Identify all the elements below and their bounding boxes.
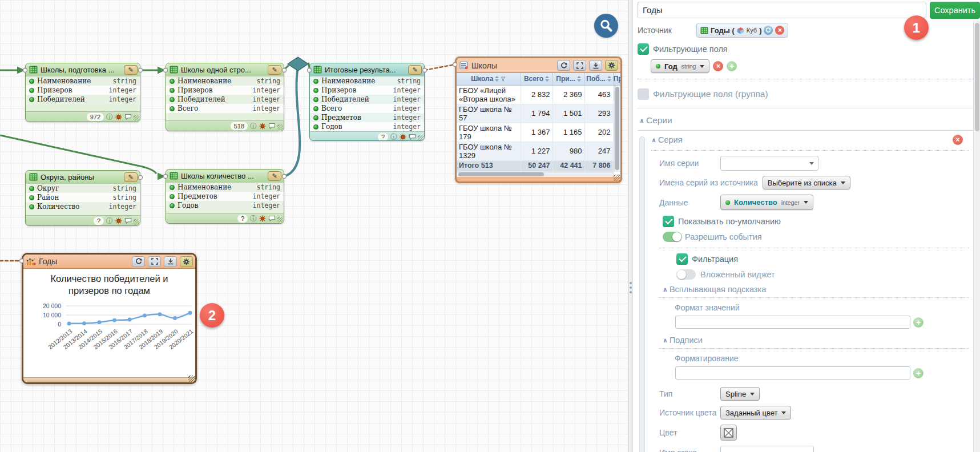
series-data-dropdown[interactable]: Количество integer	[720, 195, 813, 210]
color-source-dropdown[interactable]: Заданный цвет	[720, 406, 791, 419]
add-formatting-icon[interactable]: +	[913, 368, 923, 378]
debug-icon[interactable]	[259, 123, 266, 130]
show-default-checkbox[interactable]	[663, 216, 674, 227]
table-row[interactable]: ГБОУ школа № 57 1 7941 501293	[457, 104, 620, 123]
dataflow-canvas[interactable]: Школы, подготовка ... ✎ Наименование str…	[0, 0, 628, 452]
filter-fields-group-checkbox[interactable]	[638, 88, 649, 100]
data-point[interactable]	[82, 321, 86, 325]
splitter-handle-icon[interactable]	[630, 282, 632, 293]
column-header[interactable]: Школа	[457, 73, 521, 85]
series-names-from-source-dropdown[interactable]: Выберите из списка	[763, 176, 850, 189]
data-point[interactable]	[112, 318, 116, 322]
resize-grip[interactable]	[277, 217, 283, 223]
stack-name-input[interactable]	[720, 446, 814, 452]
column-header[interactable]: Всего	[521, 73, 552, 85]
resize-grip[interactable]	[134, 219, 139, 225]
add-filter-field-icon[interactable]: +	[727, 61, 737, 71]
series-section-header[interactable]: ∧ Серии	[639, 115, 980, 126]
download-button[interactable]	[589, 60, 602, 71]
chart-widget-years[interactable]: Годы Количество победителей и призеров п…	[22, 253, 197, 384]
filtration-checkbox[interactable]	[676, 253, 688, 265]
remove-series-icon[interactable]: ×	[953, 135, 963, 145]
comment-icon[interactable]	[268, 123, 276, 129]
edit-node-button[interactable]: ✎	[124, 172, 138, 182]
table-widget-header[interactable]: Школы	[457, 58, 620, 72]
settings-gear-button[interactable]	[605, 60, 618, 71]
chart-widget-header[interactable]: Годы	[23, 255, 195, 269]
series-item-header[interactable]: ∧ Серия ×	[651, 135, 980, 144]
data-point[interactable]	[67, 321, 71, 325]
table-hscrollbar-thumb[interactable]	[458, 172, 544, 176]
node-header[interactable]: Школы, подготовка ... ✎	[26, 63, 140, 76]
filter-field-dropdown[interactable]: Год string	[651, 59, 709, 73]
data-point[interactable]	[143, 314, 147, 318]
nested-widget-toggle[interactable]	[676, 269, 696, 280]
debug-icon[interactable]	[259, 215, 266, 222]
type-dropdown[interactable]: Spline	[720, 387, 760, 401]
line-chart[interactable]: 0 10 000 20 0002012/20132013/20142014/20…	[23, 297, 195, 372]
table-vscrollbar-thumb[interactable]	[615, 87, 619, 170]
reload-source-icon[interactable]	[764, 26, 773, 35]
resize-grip[interactable]	[134, 115, 139, 121]
table-row[interactable]: ГБОУ школа № 1329 1 227980247	[457, 142, 620, 160]
formatting-input[interactable]	[675, 366, 910, 380]
add-format-icon[interactable]: +	[913, 317, 923, 328]
captions-section-header[interactable]: ∧ Подписи	[663, 336, 980, 345]
data-point[interactable]	[173, 316, 177, 320]
info-icon[interactable]: ⓘ	[390, 134, 397, 140]
filter-fields-checkbox[interactable]	[638, 43, 649, 55]
allow-events-toggle[interactable]	[663, 232, 682, 242]
remove-filter-field-icon[interactable]: ×	[713, 61, 723, 71]
remove-source-icon[interactable]: ×	[775, 26, 784, 35]
panel-scrollbar[interactable]	[973, 21, 980, 452]
color-picker-button[interactable]	[720, 425, 737, 441]
refresh-button[interactable]	[132, 256, 145, 267]
table-body[interactable]: ШколаВсегоПри...Поб...Пре ГБОУ «Лицей «В…	[457, 72, 620, 177]
tooltip-section-header[interactable]: ∧ Всплывающая подсказка	[663, 285, 980, 294]
table-widget-schools[interactable]: Школы ШколаВсегоПри...Поб...Пре ГБОУ «Ли…	[455, 56, 622, 183]
panel-splitter[interactable]	[628, 0, 633, 452]
comment-icon[interactable]	[124, 217, 132, 224]
data-point[interactable]	[128, 318, 132, 322]
column-header[interactable]: Пре	[613, 73, 620, 85]
info-icon[interactable]: ⓘ	[250, 215, 257, 222]
source-chip[interactable]: Годы ( Куб ) ×	[696, 23, 788, 38]
info-icon[interactable]: ⓘ	[106, 114, 113, 120]
sort-icon[interactable]	[577, 76, 581, 82]
node-header[interactable]: Школы одной стро... ✎	[166, 63, 284, 76]
filter-funnel-icon[interactable]	[501, 76, 506, 82]
edit-node-button[interactable]: ✎	[408, 65, 422, 75]
series-name-select[interactable]	[720, 156, 818, 171]
node-districts[interactable]: Округа, районы ✎ Округ string Район stri…	[25, 170, 140, 226]
value-format-input[interactable]	[675, 316, 910, 329]
sort-icon[interactable]	[545, 76, 549, 82]
node-header[interactable]: Округа, районы ✎	[26, 171, 140, 184]
sort-icon[interactable]	[495, 76, 499, 82]
widget-resize-grip[interactable]	[188, 376, 195, 382]
debug-icon[interactable]	[400, 134, 406, 140]
data-point[interactable]	[158, 312, 162, 316]
node-schools-count[interactable]: Школы количество ... ✎ Наименование stri…	[166, 169, 284, 224]
table-row[interactable]: ГБОУ «Лицей «Вторая школа» 2 8322 369463	[457, 85, 620, 104]
comment-icon[interactable]	[268, 215, 276, 221]
table-row[interactable]: ГБОУ школа № 179 1 3671 165202	[457, 123, 620, 142]
data-point[interactable]	[98, 320, 102, 324]
node-schools-one-row[interactable]: Школы одной стро... ✎ Наименование strin…	[166, 63, 284, 131]
expand-button[interactable]	[573, 60, 586, 71]
expand-button[interactable]	[148, 256, 161, 267]
resize-grip[interactable]	[277, 124, 283, 130]
widget-name-input[interactable]	[638, 2, 926, 18]
column-header[interactable]: Поб...	[584, 73, 613, 85]
download-button[interactable]	[164, 256, 177, 267]
edit-node-button[interactable]: ✎	[124, 65, 138, 75]
canvas-zoom-button[interactable]	[594, 14, 618, 38]
sort-icon[interactable]	[607, 76, 611, 82]
column-header[interactable]: При...	[552, 73, 584, 85]
node-header[interactable]: Школы количество ... ✎	[166, 170, 284, 183]
info-icon[interactable]: ⓘ	[106, 217, 113, 224]
resize-grip[interactable]	[418, 135, 424, 141]
refresh-button[interactable]	[557, 60, 570, 71]
panel-scrollbar-thumb[interactable]	[975, 23, 979, 131]
comment-icon[interactable]	[409, 134, 416, 140]
edit-node-button[interactable]: ✎	[268, 171, 281, 181]
